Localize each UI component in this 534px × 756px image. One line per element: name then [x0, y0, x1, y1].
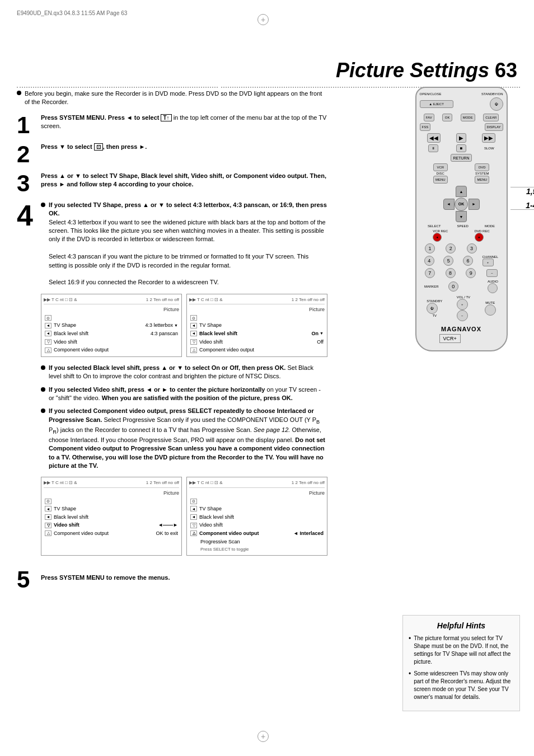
menu-row: ▽Video shift◄——►	[44, 521, 179, 529]
rew-button[interactable]: ◀◀	[427, 133, 441, 143]
nav-right-button[interactable]: ►	[469, 199, 480, 210]
menu-screen-1-title: Picture	[44, 306, 179, 313]
eject-button[interactable]: ▲ EJECT	[420, 100, 453, 108]
nav-ok-button[interactable]: OK	[455, 198, 468, 211]
menu-icon: ◄	[45, 331, 51, 336]
num-1-button[interactable]: 1	[425, 243, 435, 253]
vcr-button[interactable]: VCR	[433, 163, 448, 171]
channel-plus-button[interactable]: +	[483, 259, 494, 266]
menu-icon: ▽	[190, 523, 197, 528]
num-3-button[interactable]: 3	[467, 243, 477, 253]
system-menu-button[interactable]: MENU	[475, 176, 489, 184]
step-1: 1 Press SYSTEM MENU. Press ◄ to select T…	[17, 114, 327, 137]
nav-down-button[interactable]: ▼	[456, 211, 467, 222]
remote-vcr-dvd-row: VCR DISC MENU DVD SYSTEM MENU	[420, 163, 503, 184]
num-9-button[interactable]: 9	[466, 268, 476, 278]
num-8-button[interactable]: 8	[446, 268, 456, 278]
audio-button[interactable]	[488, 283, 498, 293]
menu-screen-4-title: Picture	[189, 490, 325, 497]
num-7-button[interactable]: 7	[425, 268, 435, 278]
step-2-number: 2	[17, 143, 36, 166]
menu-screen-3: ▶▶ T C nt □ ⊡ & 1 2 Ten off no off Pictu…	[41, 477, 182, 556]
dotted-line-left	[17, 87, 218, 88]
dvd-rec-button[interactable]: ●	[475, 233, 484, 242]
fss-button[interactable]: FSS	[420, 123, 431, 131]
dvd-button[interactable]: DVD	[475, 163, 489, 171]
menu-icon: △	[45, 348, 51, 353]
helpful-hints-title: Helpful Hints	[409, 621, 514, 630]
step-4-number: 4	[17, 201, 36, 230]
num-0-button[interactable]: 0	[448, 281, 458, 292]
mute-label: MUTE	[485, 301, 496, 304]
remote-container: OPEN/CLOSE STANDBY/ON ▲ EJECT ⏻ FAV OK M…	[402, 87, 520, 351]
menu-screen-4-header: ▶▶ T C nt □ ⊡ & 1 2 Ten off no off	[189, 480, 325, 487]
stop-button[interactable]: ⏹	[456, 144, 466, 152]
hint-bullet: •	[409, 669, 411, 679]
menu-icon: ◄	[45, 323, 51, 328]
display-button[interactable]: DISPLAY	[485, 123, 503, 131]
menu-row: Press SELECT to toggle	[189, 546, 325, 553]
pause-button[interactable]: ⏸	[428, 144, 438, 152]
standby-on-button[interactable]: ⏻	[490, 97, 503, 111]
menu-row: ⊙	[189, 314, 325, 321]
fav-button[interactable]: FAV	[424, 114, 434, 121]
step-4-subbullet-3: If you selected Video shift, press ◄ or …	[41, 386, 327, 403]
main-content: Before you begin, make sure the Recorder…	[17, 90, 327, 591]
step-3-number: 3	[17, 172, 36, 195]
ok-top-button[interactable]: OK	[442, 114, 452, 121]
menu-row: ◄TV Shape4:3 letterbox▼	[44, 321, 179, 330]
menu-row: ▽Video shift	[189, 521, 325, 529]
num-5-button[interactable]: 5	[443, 256, 453, 266]
page-title: Picture Settings	[336, 59, 489, 82]
step-4-content: If you selected TV Shape, press ▲ or ▼ t…	[41, 201, 327, 563]
num-6-button[interactable]: 6	[463, 256, 473, 266]
menu-row: ◄Black level shift4:3 panscan	[44, 330, 179, 338]
menu-row: △Component video output	[189, 346, 325, 354]
step-4: 4 If you selected TV Shape, press ▲ or ▼…	[17, 201, 327, 563]
standby-tv-button[interactable]: ⏻	[427, 303, 438, 314]
mute-button[interactable]	[485, 304, 496, 316]
numpad-row4: MARKER 0 AUDIO	[420, 280, 503, 293]
numpad-row1: 1 2 3	[420, 243, 503, 253]
menu-button[interactable]: MENU	[433, 176, 448, 184]
ff-button[interactable]: ▶▶	[482, 133, 495, 143]
vcr-rec-button[interactable]: ●	[433, 233, 442, 242]
menu-icon: ▽	[45, 523, 51, 528]
step-2: 2 Press ▼ to select ⊡, then press ►.	[17, 143, 327, 166]
vol-plus-button[interactable]: +	[457, 299, 468, 310]
clear-button[interactable]: CLEAR	[483, 114, 499, 121]
nav-up-button[interactable]: ▲	[456, 186, 467, 197]
reg-mark-top	[257, 14, 269, 25]
bullet-dot	[41, 203, 45, 207]
system-label: SYSTEM	[475, 172, 489, 175]
num-2-button[interactable]: 2	[446, 243, 456, 253]
slow-label: SLOW	[484, 147, 494, 150]
play-button[interactable]: ▶	[456, 133, 466, 143]
remote-bottom-row: STANDBY ⏻ TV VOL / TV + − MUTE	[420, 295, 503, 321]
menu-screen-2-title: Picture	[189, 306, 325, 313]
menu-icon: △	[190, 348, 197, 353]
menu-screen-1-header: ▶▶ T C nt □ ⊡ & 1 2 Ten off no off	[44, 297, 179, 304]
select-label: SELECT	[428, 224, 441, 228]
menu-row: ◄TV Shape	[189, 505, 325, 513]
step-2-content: Press ▼ to select ⊡, then press ►.	[41, 143, 327, 151]
page-header: E9490UD_EN.qx3 04.8.3 11:55 AM Page 63	[17, 10, 127, 16]
channel-minus-button[interactable]: −	[486, 269, 498, 277]
menu-icon: ⊙	[45, 315, 51, 321]
remote-mode-row: FAV OK MODE CLEAR	[420, 114, 503, 121]
mode-button[interactable]: MODE	[461, 114, 475, 121]
menu-screenshots-row2: ▶▶ T C nt □ ⊡ & 1 2 Ten off no off Pictu…	[41, 477, 327, 556]
nav-left-button[interactable]: ◄	[443, 199, 455, 210]
bullet-dot	[41, 408, 45, 413]
menu-row: ▽Video shift	[44, 338, 179, 346]
vol-minus-button[interactable]: −	[457, 310, 468, 321]
return-button[interactable]: RETURN	[451, 154, 471, 162]
menu-icon: ◄	[45, 514, 51, 520]
step-4-subbullet-1: If you selected TV Shape, press ▲ or ▼ t…	[41, 201, 327, 287]
menu-screen-2-header: ▶▶ T C nt □ ⊡ & 1 2 Ten off no off	[189, 297, 325, 304]
menu-screen-4: ▶▶ T C nt □ ⊡ & 1 2 Ten off no off Pictu…	[186, 477, 327, 556]
step-4-subbullet-4: If you selected Component video output, …	[41, 407, 327, 470]
num-4-button[interactable]: 4	[424, 256, 434, 266]
mode-label2: MODE	[485, 224, 495, 228]
vcr-rec-label: VCR REC	[433, 229, 448, 233]
